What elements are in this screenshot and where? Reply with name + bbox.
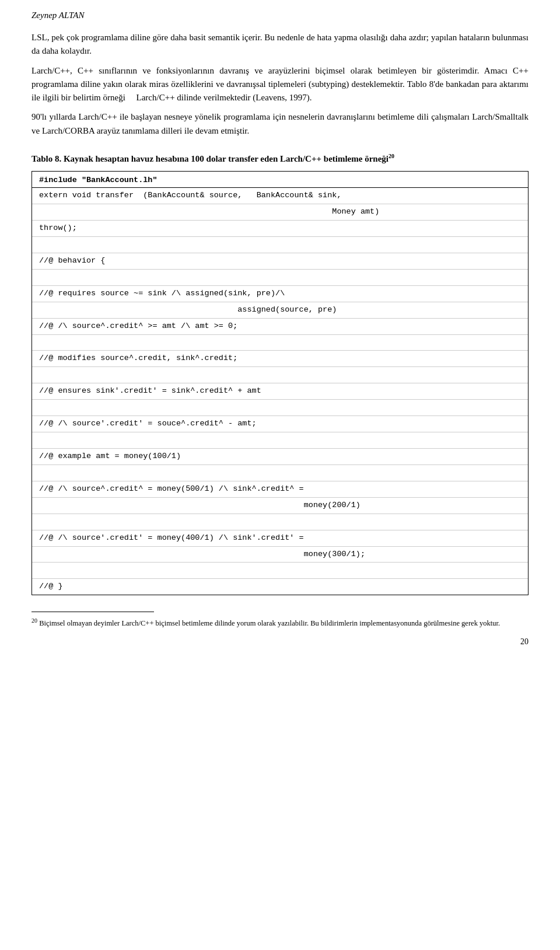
code-row: //@ example amt = money(100/1) xyxy=(32,449,528,465)
code-row xyxy=(32,465,528,481)
code-row-credit: //@ /\ source^.credit^ >= amt /\ amt >= … xyxy=(32,319,528,335)
code-row-throw: throw(); xyxy=(32,221,528,237)
author-name: Zeynep ALTAN xyxy=(32,11,84,20)
footnote-sup: 20 xyxy=(32,617,37,624)
code-row: money(300/1); xyxy=(32,547,528,563)
code-row xyxy=(32,335,528,351)
code-row: //@ /\ source'.credit' = money(400/1) /\… xyxy=(32,530,528,547)
code-row: Money amt) xyxy=(32,204,528,221)
code-row: //@ modifies source^.credit, sink^.credi… xyxy=(32,351,528,367)
code-row: //@ requires source ~= sink /\ assigned(… xyxy=(32,286,528,302)
footnote-separator xyxy=(32,612,154,612)
code-row: //@ /\ source^.credit^ = money(500/1) /\… xyxy=(32,481,528,498)
code-row xyxy=(32,270,528,286)
paragraph-2: Larch/C++, C++ sınıflarının ve fonksiyon… xyxy=(32,64,528,105)
code-include: #include "BankAccount.lh" xyxy=(32,172,528,188)
table-footnote-sup: 20 xyxy=(388,153,394,159)
paragraph-3: 90'lı yıllarda Larch/C++ ile başlayan ne… xyxy=(32,110,528,138)
paragraph-1: LSL, pek çok programlama diline göre dah… xyxy=(32,31,528,58)
code-row xyxy=(32,514,528,530)
code-block: #include "BankAccount.lh" extern void tr… xyxy=(32,171,528,595)
page-number: 20 xyxy=(32,637,528,647)
code-row xyxy=(32,400,528,416)
code-row: //@ /\ source'.credit' = souce^.credit^ … xyxy=(32,416,528,432)
code-row: extern void transfer (BankAccount& sourc… xyxy=(32,188,528,204)
code-row: //@ behavior { xyxy=(32,253,528,270)
page-header: Zeynep ALTAN xyxy=(32,11,528,20)
code-row: //@ } xyxy=(32,579,528,595)
code-row xyxy=(32,432,528,449)
code-row: money(200/1) xyxy=(32,498,528,514)
code-row: assigned(source, pre) xyxy=(32,302,528,319)
code-row xyxy=(32,237,528,253)
code-row: //@ ensures sink'.credit' = sink^.credit… xyxy=(32,383,528,400)
code-row xyxy=(32,367,528,383)
footnote-text: 20 Biçimsel olmayan deyimler Larch/C++ b… xyxy=(32,616,528,629)
code-row xyxy=(32,563,528,579)
table-title: Tablo 8. Kaynak hesaptan havuz hesabına … xyxy=(32,152,528,166)
